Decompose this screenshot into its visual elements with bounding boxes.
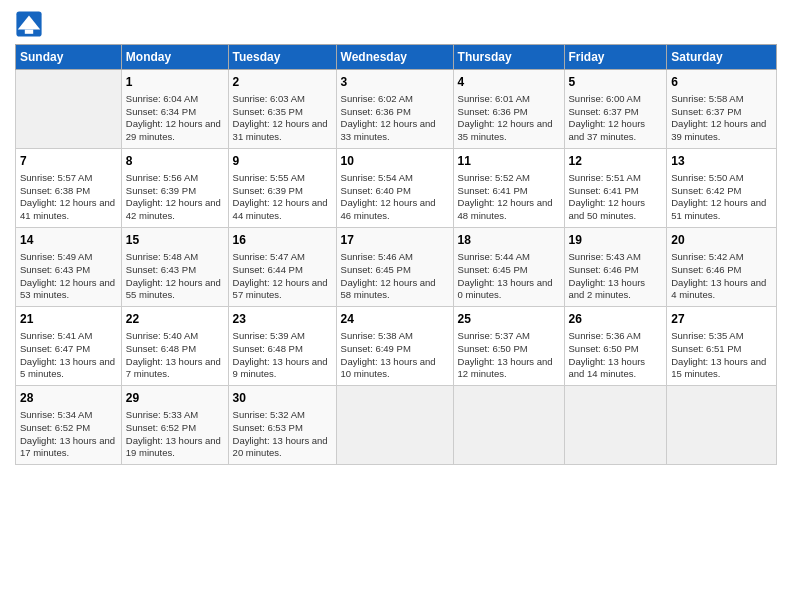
header-day: Monday	[121, 45, 228, 70]
sunset-text: Sunset: 6:39 PM	[233, 185, 332, 198]
sunrise-text: Sunrise: 5:50 AM	[671, 172, 772, 185]
sunset-text: Sunset: 6:46 PM	[569, 264, 663, 277]
calendar-cell: 10Sunrise: 5:54 AMSunset: 6:40 PMDayligh…	[336, 149, 453, 228]
calendar-week-row: 14Sunrise: 5:49 AMSunset: 6:43 PMDayligh…	[16, 228, 777, 307]
day-number: 2	[233, 74, 332, 91]
sunrise-text: Sunrise: 5:52 AM	[458, 172, 560, 185]
sunset-text: Sunset: 6:39 PM	[126, 185, 224, 198]
calendar-cell	[667, 386, 777, 465]
daylight-text: Daylight: 13 hours and 17 minutes.	[20, 435, 117, 461]
sunrise-text: Sunrise: 5:38 AM	[341, 330, 449, 343]
day-number: 3	[341, 74, 449, 91]
sunset-text: Sunset: 6:47 PM	[20, 343, 117, 356]
sunrise-text: Sunrise: 5:44 AM	[458, 251, 560, 264]
sunset-text: Sunset: 6:41 PM	[569, 185, 663, 198]
day-number: 27	[671, 311, 772, 328]
sunset-text: Sunset: 6:52 PM	[20, 422, 117, 435]
sunrise-text: Sunrise: 6:00 AM	[569, 93, 663, 106]
daylight-text: Daylight: 12 hours and 39 minutes.	[671, 118, 772, 144]
calendar-cell: 8Sunrise: 5:56 AMSunset: 6:39 PMDaylight…	[121, 149, 228, 228]
daylight-text: Daylight: 13 hours and 9 minutes.	[233, 356, 332, 382]
day-number: 23	[233, 311, 332, 328]
sunrise-text: Sunrise: 5:47 AM	[233, 251, 332, 264]
day-number: 5	[569, 74, 663, 91]
sunset-text: Sunset: 6:38 PM	[20, 185, 117, 198]
day-number: 1	[126, 74, 224, 91]
sunset-text: Sunset: 6:37 PM	[569, 106, 663, 119]
calendar-cell: 2Sunrise: 6:03 AMSunset: 6:35 PMDaylight…	[228, 70, 336, 149]
main-container: SundayMondayTuesdayWednesdayThursdayFrid…	[0, 0, 792, 475]
sunset-text: Sunset: 6:50 PM	[569, 343, 663, 356]
calendar-week-row: 1Sunrise: 6:04 AMSunset: 6:34 PMDaylight…	[16, 70, 777, 149]
sunset-text: Sunset: 6:34 PM	[126, 106, 224, 119]
day-number: 30	[233, 390, 332, 407]
day-number: 22	[126, 311, 224, 328]
sunset-text: Sunset: 6:46 PM	[671, 264, 772, 277]
header-day: Wednesday	[336, 45, 453, 70]
sunset-text: Sunset: 6:35 PM	[233, 106, 332, 119]
logo	[15, 10, 47, 38]
sunset-text: Sunset: 6:45 PM	[341, 264, 449, 277]
daylight-text: Daylight: 13 hours and 20 minutes.	[233, 435, 332, 461]
daylight-text: Daylight: 12 hours and 58 minutes.	[341, 277, 449, 303]
day-number: 25	[458, 311, 560, 328]
sunrise-text: Sunrise: 5:35 AM	[671, 330, 772, 343]
sunrise-text: Sunrise: 5:55 AM	[233, 172, 332, 185]
day-number: 11	[458, 153, 560, 170]
calendar-cell: 28Sunrise: 5:34 AMSunset: 6:52 PMDayligh…	[16, 386, 122, 465]
daylight-text: Daylight: 12 hours and 57 minutes.	[233, 277, 332, 303]
day-number: 20	[671, 232, 772, 249]
sunset-text: Sunset: 6:45 PM	[458, 264, 560, 277]
calendar-cell: 25Sunrise: 5:37 AMSunset: 6:50 PMDayligh…	[453, 307, 564, 386]
sunrise-text: Sunrise: 5:34 AM	[20, 409, 117, 422]
daylight-text: Daylight: 12 hours and 51 minutes.	[671, 197, 772, 223]
daylight-text: Daylight: 12 hours and 42 minutes.	[126, 197, 224, 223]
day-number: 28	[20, 390, 117, 407]
sunset-text: Sunset: 6:50 PM	[458, 343, 560, 356]
calendar-cell: 15Sunrise: 5:48 AMSunset: 6:43 PMDayligh…	[121, 228, 228, 307]
day-number: 26	[569, 311, 663, 328]
daylight-text: Daylight: 12 hours and 31 minutes.	[233, 118, 332, 144]
daylight-text: Daylight: 12 hours and 33 minutes.	[341, 118, 449, 144]
sunrise-text: Sunrise: 5:56 AM	[126, 172, 224, 185]
day-number: 6	[671, 74, 772, 91]
calendar-cell: 14Sunrise: 5:49 AMSunset: 6:43 PMDayligh…	[16, 228, 122, 307]
svg-rect-2	[25, 30, 33, 34]
day-number: 16	[233, 232, 332, 249]
header-day: Tuesday	[228, 45, 336, 70]
sunrise-text: Sunrise: 5:43 AM	[569, 251, 663, 264]
calendar-cell: 22Sunrise: 5:40 AMSunset: 6:48 PMDayligh…	[121, 307, 228, 386]
sunrise-text: Sunrise: 5:46 AM	[341, 251, 449, 264]
header-day: Saturday	[667, 45, 777, 70]
sunrise-text: Sunrise: 5:39 AM	[233, 330, 332, 343]
sunset-text: Sunset: 6:43 PM	[20, 264, 117, 277]
calendar-week-row: 21Sunrise: 5:41 AMSunset: 6:47 PMDayligh…	[16, 307, 777, 386]
calendar-cell: 7Sunrise: 5:57 AMSunset: 6:38 PMDaylight…	[16, 149, 122, 228]
day-number: 7	[20, 153, 117, 170]
header-day: Sunday	[16, 45, 122, 70]
daylight-text: Daylight: 12 hours and 44 minutes.	[233, 197, 332, 223]
daylight-text: Daylight: 12 hours and 50 minutes.	[569, 197, 663, 223]
sunrise-text: Sunrise: 5:36 AM	[569, 330, 663, 343]
daylight-text: Daylight: 12 hours and 53 minutes.	[20, 277, 117, 303]
day-number: 17	[341, 232, 449, 249]
sunrise-text: Sunrise: 5:57 AM	[20, 172, 117, 185]
header	[15, 10, 777, 38]
day-number: 18	[458, 232, 560, 249]
calendar-cell: 1Sunrise: 6:04 AMSunset: 6:34 PMDaylight…	[121, 70, 228, 149]
calendar-table: SundayMondayTuesdayWednesdayThursdayFrid…	[15, 44, 777, 465]
sunset-text: Sunset: 6:48 PM	[126, 343, 224, 356]
daylight-text: Daylight: 13 hours and 0 minutes.	[458, 277, 560, 303]
sunrise-text: Sunrise: 6:03 AM	[233, 93, 332, 106]
calendar-cell: 27Sunrise: 5:35 AMSunset: 6:51 PMDayligh…	[667, 307, 777, 386]
sunset-text: Sunset: 6:37 PM	[671, 106, 772, 119]
daylight-text: Daylight: 13 hours and 15 minutes.	[671, 356, 772, 382]
calendar-cell	[453, 386, 564, 465]
calendar-cell: 23Sunrise: 5:39 AMSunset: 6:48 PMDayligh…	[228, 307, 336, 386]
sunset-text: Sunset: 6:44 PM	[233, 264, 332, 277]
sunrise-text: Sunrise: 6:02 AM	[341, 93, 449, 106]
day-number: 10	[341, 153, 449, 170]
daylight-text: Daylight: 12 hours and 35 minutes.	[458, 118, 560, 144]
sunrise-text: Sunrise: 5:40 AM	[126, 330, 224, 343]
sunrise-text: Sunrise: 5:54 AM	[341, 172, 449, 185]
